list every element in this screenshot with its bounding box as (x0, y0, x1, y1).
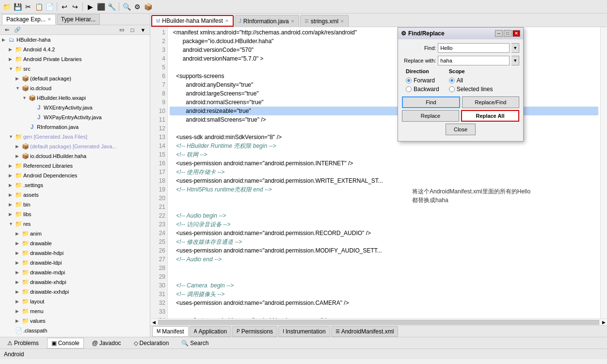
tree-item[interactable]: ▶📦(default package) [Generated Java... (0, 142, 150, 151)
minimize-left-icon[interactable]: ▭ (117, 25, 127, 35)
tree-item[interactable]: 📄.classpath (0, 326, 150, 335)
editor-bottom-tab[interactable]: MManifest (152, 326, 189, 337)
editor-bottom-tab[interactable]: IInstrumentation (278, 326, 330, 337)
status-bottom-tab[interactable]: @Javadoc (88, 338, 126, 348)
backward-radio-row[interactable]: Backward (406, 86, 439, 93)
tree-item[interactable]: ▶📦io.dcloud.HBuilder.haha (0, 151, 150, 161)
tree-item[interactable]: JRInformation.java (0, 122, 150, 132)
collapse-all-icon[interactable]: ⇐ (2, 25, 12, 35)
toolbar-icon-6[interactable]: ↩ (60, 2, 69, 12)
tree-item[interactable]: JWXEntryActivity.java (0, 103, 150, 112)
close-dialog-button[interactable]: Close (446, 124, 476, 135)
tree-item[interactable]: ▶📁Android 4.4.2 (0, 45, 150, 54)
tree-item[interactable]: ▼📦HBuilder.Hello.wxapi (0, 93, 150, 103)
scroll-left-arrow[interactable]: ◀ (150, 320, 157, 325)
status-bottom-tab[interactable]: ◇Declaration (129, 338, 174, 348)
editor-scroll-horizontal[interactable]: ◀ ▶ (150, 318, 607, 325)
strings-tab-close[interactable]: ✕ (340, 19, 344, 24)
find-button[interactable]: Find (402, 96, 460, 108)
tree-item[interactable]: ▶📁drawable-ldpi (0, 258, 150, 268)
tree-item[interactable]: ▶📁drawable-hdpi (0, 248, 150, 258)
tree-item[interactable]: JWXPayEntryActivity.java (0, 112, 150, 122)
status-tab-icon: ◇ (134, 340, 138, 347)
dialog-maximize-btn[interactable]: □ (504, 30, 511, 37)
selected-lines-radio[interactable] (449, 86, 455, 92)
dialog-minimize-btn[interactable]: ─ (495, 30, 503, 37)
tree-item[interactable]: ▶📁Referenced Libraries (0, 161, 150, 171)
tree-item[interactable]: ▼📁res (0, 219, 150, 229)
tree-item[interactable]: ▶📁drawable-xxhdpi (0, 287, 150, 297)
tree-item[interactable]: ▶📁assets (0, 190, 150, 200)
tree-item[interactable]: ▶📁values (0, 316, 150, 326)
tree-item[interactable]: ▶📁menu (0, 306, 150, 316)
tree-item[interactable]: ▶🗂HBuilder-haha (0, 35, 150, 45)
dialog-close-btn[interactable]: ✕ (512, 30, 520, 37)
tree-item[interactable]: ▼📦io.dcloud (0, 83, 150, 93)
status-bottom-tab[interactable]: ▣Console (47, 338, 84, 348)
tree-item[interactable]: 📄.project (0, 335, 150, 337)
toolbar-icon-9[interactable]: ⬛ (96, 2, 106, 12)
replace-input[interactable] (438, 56, 510, 65)
all-radio-row[interactable]: All (449, 77, 493, 84)
toolbar-icon-5[interactable]: 📄 (45, 2, 54, 12)
toolbar-icon-8[interactable]: ▶ (85, 2, 95, 12)
toolbar-icon-10[interactable]: 🔧 (107, 2, 116, 12)
all-radio[interactable] (449, 78, 455, 83)
tree-item[interactable]: ▶📁drawable-mdpi (0, 268, 150, 277)
tree-item[interactable]: ▶📦(default package) (0, 74, 150, 83)
toolbar-icon-13[interactable]: 📦 (143, 2, 153, 12)
scroll-thumb[interactable] (158, 320, 599, 325)
rinformation-tab-close[interactable]: ✕ (291, 19, 295, 24)
tree-item[interactable]: ▼📁gen [Generated Java Files] (0, 132, 150, 142)
tree-item[interactable]: ▶📁libs (0, 209, 150, 219)
package-explorer-tab[interactable]: Package Exp... ✕ (2, 14, 56, 25)
code-area[interactable]: <manifest xmlns:android="http://schemas.… (168, 27, 600, 318)
find-replace-dialog[interactable]: ⚙ Find/Replace ─ □ ✕ F (398, 27, 524, 142)
tree-item[interactable]: ▼📁src (0, 64, 150, 74)
replace-button[interactable]: Replace (402, 110, 459, 122)
code-line: <!-- 调用摄像头 --> (170, 290, 598, 299)
editor-bottom-tab[interactable]: ☰AndroidManifest.xml (331, 326, 399, 337)
tree-item[interactable]: ▶📁bin (0, 200, 150, 209)
toolbar-icon-12[interactable]: ⚙ (132, 2, 142, 12)
find-dropdown-arrow[interactable]: ▼ (511, 43, 519, 53)
maximize-left-icon[interactable]: □ (128, 25, 137, 35)
toolbar-icon-11[interactable]: 🔍 (122, 2, 131, 12)
toolbar-icon-3[interactable]: ✂ (23, 2, 33, 12)
status-bottom-tab[interactable]: ⚠Problems (3, 338, 43, 348)
toolbar-icon-2[interactable]: 💾 (13, 2, 22, 12)
forward-radio-row[interactable]: Forward (406, 77, 439, 84)
tab-strings[interactable]: ☰ strings.xml ✕ (300, 15, 349, 27)
editor-bottom-tab[interactable]: AApplication (190, 326, 231, 337)
editor-scroll-vertical[interactable] (600, 27, 607, 318)
toolbar-icon-1[interactable]: 📁 (2, 2, 12, 12)
status-bottom-tab[interactable]: 🔍Search (177, 338, 213, 348)
replace-dropdown-arrow[interactable]: ▼ (511, 56, 519, 65)
tree-item[interactable]: ▶📁Android Dependencies (0, 171, 150, 180)
replace-all-button[interactable]: Replace All (461, 110, 519, 122)
tree-item[interactable]: ▶📁drawable (0, 238, 150, 248)
toolbar-icon-4[interactable]: 📋 (34, 2, 44, 12)
type-hierarchy-tab[interactable]: Type Hierar... (57, 14, 100, 25)
forward-radio[interactable] (406, 78, 412, 83)
manifest-tab-close[interactable]: ✕ (225, 18, 229, 23)
toolbar-icon-7[interactable]: ↪ (70, 2, 80, 12)
selected-lines-radio-row[interactable]: Selected lines (449, 86, 493, 93)
package-exp-close[interactable]: ✕ (48, 17, 51, 22)
tree-item[interactable]: ▶📁Android Private Libraries (0, 54, 150, 64)
tree-item[interactable]: ▶📁layout (0, 297, 150, 306)
tree-item[interactable]: ▶📁anim (0, 229, 150, 238)
link-editor-icon[interactable]: 🔗 (13, 25, 22, 35)
tree-item[interactable]: ▶📁.settings (0, 180, 150, 190)
tree-item[interactable]: ▶📁drawable-xhdpi (0, 277, 150, 287)
tab-rinformation[interactable]: J RInformation.java ✕ (235, 15, 299, 27)
scroll-right-arrow[interactable]: ▶ (600, 320, 607, 325)
backward-radio[interactable] (406, 86, 412, 92)
editor-bottom-tab[interactable]: PPermissions (232, 326, 277, 337)
tab-manifest[interactable]: M HBuilder-haha Manifest ✕ (151, 15, 234, 27)
replace-find-button[interactable]: Replace/Find (462, 96, 519, 108)
find-input[interactable] (438, 43, 510, 53)
tree-arrow-icon: ▶ (16, 76, 21, 81)
close-left-icon[interactable]: ▼ (138, 25, 148, 35)
package-exp-label: Package Exp... (6, 16, 46, 23)
